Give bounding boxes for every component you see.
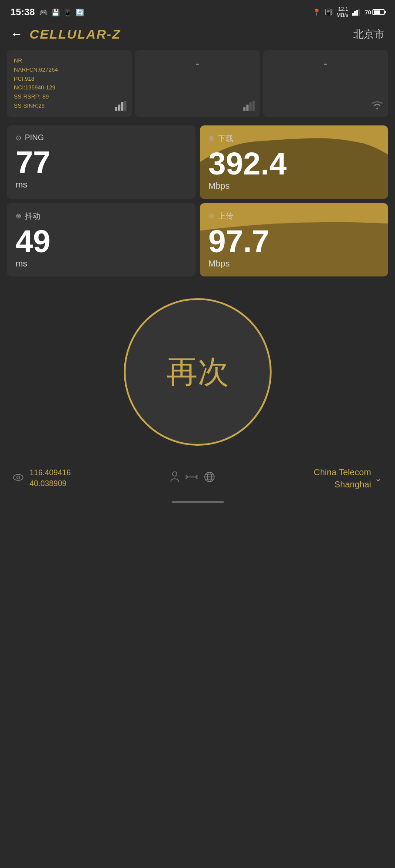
person-icon (170, 471, 179, 486)
download-card-header: ⊕ 下载 (209, 133, 380, 144)
speed-unit: MB/s (336, 12, 348, 18)
cell-info-panel: NR NARFCN:627264 PCI:918 NCI:135940-129 … (0, 50, 395, 117)
coords-line2: 40.038909 (30, 478, 71, 489)
bottom-coords: 116.409416 40.038909 (13, 467, 71, 489)
upload-card-header: ⊕ 上传 (209, 211, 380, 221)
download-label: 下载 (218, 133, 233, 144)
cell-dash-tertiary: - (270, 56, 381, 70)
upload-unit: Mbps (209, 259, 380, 269)
jitter-value: 49 (16, 226, 187, 257)
signal-bars-secondary (243, 101, 256, 112)
jitter-unit: ms (16, 259, 187, 269)
svg-rect-10 (249, 102, 252, 111)
ping-icon: ⊙ (16, 134, 21, 142)
app-header: ← Cellular-Z 北京市 (0, 23, 395, 50)
svg-rect-0 (352, 13, 354, 16)
svg-rect-9 (246, 105, 249, 111)
speed-grid-bottom: ⊛ 抖动 49 ms ⊕ 上传 97.7 Mbps (0, 203, 395, 276)
signal-bars-icon (352, 9, 362, 16)
battery-icon (372, 9, 385, 15)
location-icon: 📍 (312, 8, 321, 16)
isp-name: China Telecom Shanghai (314, 466, 371, 490)
cell-info-primary: NR NARFCN:627264 PCI:918 NCI:135940-129 … (7, 50, 132, 117)
sync-icon: 🔄 (76, 8, 84, 16)
wifi-icon (371, 99, 384, 112)
bottom-isp: China Telecom Shanghai ⌄ (314, 466, 382, 490)
download-icon: ⊕ (209, 134, 214, 142)
sim-icon: 📱 (63, 8, 72, 16)
jitter-label: 抖动 (25, 211, 40, 221)
cell-ssrsrp: SS-RSRP:-89 (14, 92, 125, 102)
download-unit: Mbps (209, 181, 380, 191)
speed-grid-top: ⊙ PING 77 ms ⊕ 下载 392.4 Mbps (0, 125, 395, 199)
speed-value: 12.1 (338, 6, 348, 12)
header-location: 北京市 (353, 27, 385, 41)
chevron-down-icon[interactable]: ⌄ (375, 473, 382, 483)
vibrate-icon: 📳 (325, 8, 333, 16)
back-button[interactable]: ← (10, 27, 23, 41)
save-icon: 💾 (51, 8, 60, 16)
retry-button[interactable]: 再次 (124, 298, 272, 446)
svg-point-15 (173, 472, 177, 476)
status-time: 15:38 (10, 7, 35, 18)
bottom-bar: 116.409416 40.038909 (0, 459, 395, 501)
retry-label: 再次 (166, 351, 229, 393)
signal-bars-primary (115, 101, 127, 112)
cell-info-secondary: - (135, 50, 260, 117)
header-left: ← Cellular-Z (10, 27, 121, 42)
svg-rect-3 (358, 9, 360, 16)
double-arrow-icon (186, 473, 198, 483)
cell-sssinr: SS-SINR:29 (14, 102, 125, 111)
bottom-center (170, 471, 215, 486)
game-icon: 🎮 (39, 8, 48, 16)
status-right: 📍 📳 12.1 MB/s 70 (312, 6, 385, 19)
isp-line1: China Telecom (314, 466, 371, 478)
signal-bars-svg-2 (243, 101, 256, 111)
ping-card: ⊙ PING 77 ms (7, 125, 196, 199)
jitter-card: ⊛ 抖动 49 ms (7, 203, 196, 276)
download-card: ⊕ 下载 392.4 Mbps (200, 125, 388, 199)
upload-label: 上传 (218, 211, 233, 221)
ping-value: 77 (16, 147, 187, 178)
eye-icon (13, 473, 23, 483)
nav-indicator (0, 501, 395, 508)
jitter-icon: ⊛ (16, 212, 21, 220)
coords-line1: 116.409416 (30, 467, 71, 478)
cell-narfcn: NARFCN:627264 (14, 66, 125, 75)
signal-bars-svg (115, 101, 127, 111)
battery-fill (374, 10, 380, 14)
cell-nci: NCI:135940-129 (14, 83, 125, 92)
battery-text: 70 (365, 9, 371, 16)
isp-line2: Shanghai (314, 478, 371, 490)
status-icons: 🎮 💾 📱 🔄 (39, 8, 84, 16)
svg-point-13 (13, 474, 23, 480)
upload-card: ⊕ 上传 97.7 Mbps (200, 203, 388, 276)
app-logo: Cellular-Z (30, 27, 121, 42)
svg-rect-6 (121, 102, 123, 111)
cell-pci: PCI:918 (14, 75, 125, 84)
svg-rect-11 (252, 101, 255, 111)
globe-icon (204, 471, 215, 485)
coords-text: 116.409416 40.038909 (30, 467, 71, 489)
download-value: 392.4 (209, 148, 380, 179)
svg-point-14 (17, 476, 20, 479)
upload-icon: ⊕ (209, 212, 214, 220)
svg-rect-2 (356, 10, 358, 16)
svg-rect-5 (118, 105, 120, 111)
svg-rect-1 (354, 11, 356, 16)
svg-rect-4 (115, 107, 117, 111)
cell-type: NR (14, 56, 125, 66)
cell-dash-secondary: - (142, 56, 253, 70)
cell-info-tertiary: - (263, 50, 388, 117)
svg-rect-7 (124, 101, 126, 111)
retry-section: 再次 (0, 281, 395, 459)
svg-rect-8 (243, 107, 246, 111)
jitter-card-header: ⊛ 抖动 (16, 211, 187, 221)
ping-label: PING (25, 133, 44, 142)
svg-point-12 (376, 108, 378, 109)
upload-value: 97.7 (209, 226, 380, 257)
signal-info: 12.1 MB/s (336, 6, 348, 19)
status-bar: 15:38 🎮 💾 📱 🔄 📍 📳 12.1 MB/s 70 (0, 0, 395, 23)
ping-card-header: ⊙ PING (16, 133, 187, 142)
battery-block: 70 (365, 9, 385, 16)
